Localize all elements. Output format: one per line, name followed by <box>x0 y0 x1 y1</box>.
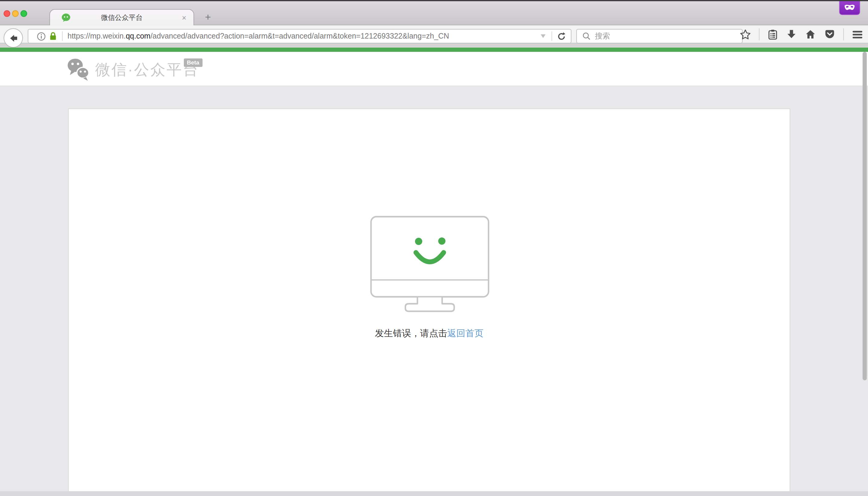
toolbar-separator-2 <box>843 28 844 41</box>
back-to-home-link[interactable]: 返回首页 <box>447 328 483 338</box>
url-text: https://mp.weixin.qq.com/advanced/advanc… <box>67 32 541 41</box>
wechat-green-top-border <box>0 48 868 51</box>
url-scheme: https://mp.weixin. <box>67 32 126 41</box>
wechat-favicon-icon <box>61 13 71 23</box>
bookmarks-icon[interactable] <box>768 29 778 40</box>
chevron-down-icon[interactable] <box>541 34 545 38</box>
url-domain: qq.com <box>126 32 150 41</box>
tab-title: 微信公众平台 <box>74 13 169 22</box>
page-content: 发生错误，请点击返回首页 <box>0 86 868 496</box>
mask-icon <box>844 4 855 12</box>
url-separator <box>62 31 63 41</box>
back-button[interactable] <box>4 28 23 48</box>
tab-wechat-platform[interactable]: 微信公众平台 × <box>49 9 194 26</box>
error-card: 发生错误，请点击返回首页 <box>68 108 790 496</box>
minimize-window-button[interactable] <box>12 10 18 17</box>
tab-close-icon[interactable]: × <box>182 14 186 22</box>
url-bar[interactable]: https://mp.weixin.qq.com/advanced/advanc… <box>28 29 571 43</box>
window-bottom-edge <box>0 491 868 496</box>
lock-icon[interactable] <box>49 31 57 41</box>
toolbar-buttons <box>740 25 863 43</box>
new-tab-button[interactable]: + <box>200 9 216 26</box>
scrollbar-thumb[interactable] <box>862 52 867 380</box>
beta-badge: Beta <box>184 58 202 66</box>
wechat-logo-bubbles-icon <box>67 57 90 81</box>
browser-window: 微信公众平台 × + <box>0 0 868 496</box>
wechat-logo-text: 微信·公众平台 <box>95 59 199 79</box>
back-arrow-icon <box>8 33 18 43</box>
error-message-line: 发生错误，请点击返回首页 <box>69 328 790 339</box>
wechat-site-header: 微信·公众平台 Beta <box>0 51 868 86</box>
navigation-toolbar: https://mp.weixin.qq.com/advanced/advanc… <box>0 25 868 43</box>
pocket-icon[interactable] <box>824 29 835 40</box>
tab-bar: 微信公众平台 × + <box>0 1 868 25</box>
close-window-button[interactable] <box>3 10 10 17</box>
error-message: 发生错误，请点击 <box>375 328 447 338</box>
url-separator-2 <box>552 31 552 41</box>
chrome-bottom-band <box>0 43 868 48</box>
private-browsing-badge <box>839 1 860 15</box>
search-box[interactable] <box>576 29 743 43</box>
search-input[interactable] <box>595 32 728 41</box>
download-icon[interactable] <box>786 29 797 40</box>
menu-icon[interactable] <box>852 29 863 40</box>
page-scrollbar[interactable] <box>860 52 868 491</box>
url-path: /advanced/advanced?action=alarm&t=advanc… <box>150 32 449 41</box>
star-icon[interactable] <box>740 29 751 40</box>
search-icon <box>582 32 591 41</box>
toolbar-separator <box>759 28 760 41</box>
info-icon[interactable] <box>37 32 46 41</box>
reload-icon[interactable] <box>557 32 566 41</box>
home-icon[interactable] <box>805 29 816 40</box>
zoom-window-button[interactable] <box>20 10 27 17</box>
smiley-monitor-illustration <box>370 216 490 314</box>
